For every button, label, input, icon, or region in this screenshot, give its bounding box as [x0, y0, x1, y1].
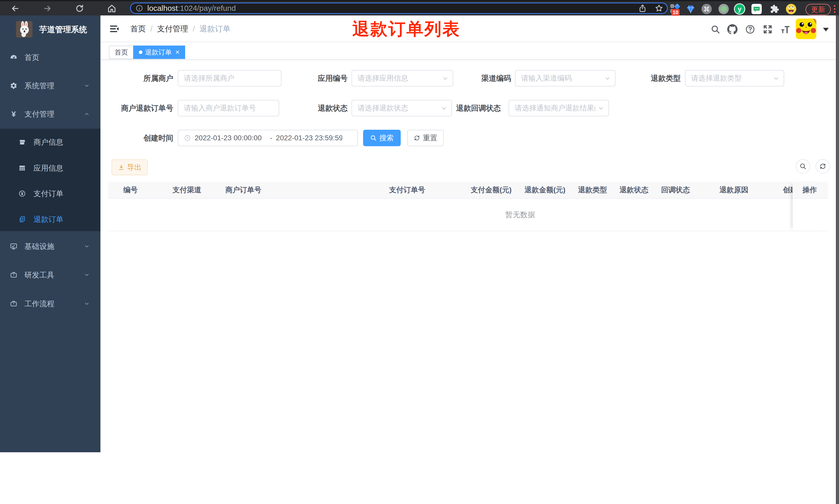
sidebar-item-dev-tools[interactable]: 研发工具: [0, 267, 101, 283]
close-icon[interactable]: ×: [175, 49, 179, 56]
clock-icon: [184, 134, 191, 142]
yen-circle-icon: [19, 190, 26, 197]
col-refund-amount: 退款金额(元): [524, 182, 566, 198]
channel-select[interactable]: 请输入渠道编码: [515, 70, 615, 87]
extensions-puzzle-icon[interactable]: [769, 3, 780, 15]
extension-gem-icon[interactable]: [685, 3, 696, 15]
page-scrollbar[interactable]: [836, 15, 839, 504]
help-button[interactable]: [745, 24, 756, 35]
table-refresh-button[interactable]: [816, 159, 830, 174]
notify-status-select[interactable]: 请选择通知商户退款结果的: [508, 100, 609, 116]
breadcrumb-separator: /: [193, 24, 195, 33]
grid-icon: [19, 164, 26, 172]
notify-status-label: 退款回调状态: [428, 100, 501, 116]
sidebar-collapse-button[interactable]: [109, 23, 120, 35]
refund-status-label: 退款状态: [290, 100, 347, 116]
top-navbar: 首页 / 支付管理 / 退款订单 退款订单列表: [101, 15, 836, 42]
chevron-up-icon: [84, 111, 90, 117]
ext-diamond-icon: [674, 3, 680, 10]
fullscreen-button[interactable]: [762, 24, 773, 35]
app-label: 应用编号: [290, 70, 347, 87]
sidebar-item-refund-order[interactable]: 退款订单: [0, 212, 101, 227]
sidebar-item-label: 基础设施: [24, 239, 54, 254]
briefcase-icon: [10, 300, 18, 308]
export-button[interactable]: 导出: [111, 159, 148, 175]
tag-refund-order[interactable]: 退款订单 ×: [133, 46, 185, 59]
extension-blocker-icon[interactable]: 10: [670, 3, 681, 15]
browser-update-button[interactable]: 更新: [805, 4, 831, 15]
reset-button[interactable]: 重置: [407, 130, 444, 146]
breadcrumb-home[interactable]: 首页: [130, 24, 146, 34]
col-pay-order-no: 支付订单号: [389, 182, 425, 198]
refund-type-select[interactable]: 请选择退款类型: [685, 70, 784, 87]
chevron-down-icon: [604, 75, 611, 82]
empty-text: 暂无数据: [487, 199, 554, 231]
app-title: 芋道管理系统: [39, 24, 87, 35]
home-button[interactable]: [106, 3, 117, 14]
header-search-button[interactable]: [710, 24, 721, 35]
merchant-input[interactable]: 请选择所属商户: [178, 70, 282, 87]
app-select[interactable]: 请选择应用信息: [352, 70, 453, 87]
search-icon: [711, 24, 720, 34]
col-refund-type: 退款类型: [578, 182, 607, 198]
search-button[interactable]: 搜索: [363, 130, 401, 146]
github-link[interactable]: [727, 24, 738, 35]
extension-yuque-icon[interactable]: y: [734, 3, 745, 15]
extension-chat-icon[interactable]: [751, 3, 762, 15]
sidebar-item-payment[interactable]: ¥ 支付管理: [0, 106, 101, 122]
extension-circle-icon[interactable]: [718, 3, 729, 15]
channel-placeholder: 请输入渠道编码: [521, 73, 572, 83]
active-dot-icon: [139, 51, 142, 54]
table-search-toggle-button[interactable]: [796, 159, 810, 174]
col-id: 编号: [123, 182, 138, 198]
channel-label: 渠道编码: [454, 70, 511, 87]
browser-toolbar: localhost:1024/pay/refund 10 y: [0, 0, 839, 15]
chevron-down-icon: [84, 301, 90, 307]
create-time-range-input[interactable]: 2022-01-23 00:00:00 - 2022-01-23 23:59:5…: [178, 130, 358, 146]
share-icon[interactable]: [638, 4, 647, 13]
refresh-icon: [819, 163, 826, 170]
reset-button-label: 重置: [423, 133, 437, 143]
sidebar-item-app-info[interactable]: 应用信息: [0, 161, 101, 175]
chat-bubble-icon: [753, 5, 761, 13]
extension-command-icon[interactable]: [701, 3, 712, 15]
text-size-icon: [780, 24, 791, 35]
sidebar-item-label: 工作流程: [24, 296, 54, 311]
merchant-refund-no-input[interactable]: 请输入商户退款订单号: [178, 100, 279, 116]
address-bar[interactable]: localhost:1024/pay/refund: [130, 3, 668, 14]
bookmark-star-icon[interactable]: [655, 4, 663, 13]
breadcrumb-payment[interactable]: 支付管理: [157, 24, 188, 34]
search-icon: [370, 134, 377, 141]
app-logo: [16, 21, 33, 38]
back-button[interactable]: [10, 3, 21, 14]
create-time-label: 创建时间: [116, 130, 173, 146]
avatar-caret-icon[interactable]: [823, 28, 829, 31]
refund-status-placeholder: 请选择退款状态: [358, 103, 408, 113]
profile-emoji-avatar[interactable]: [785, 3, 797, 15]
sidebar-item-label: 退款订单: [34, 212, 64, 227]
notify-status-placeholder: 请选择通知商户退款结果的: [515, 103, 595, 113]
forward-button[interactable]: [42, 3, 53, 14]
app-placeholder: 请选择应用信息: [358, 73, 408, 83]
monitor-icon: [10, 242, 18, 250]
dashboard-icon: [10, 53, 18, 61]
home-icon: [107, 4, 117, 13]
user-avatar[interactable]: [796, 19, 816, 39]
refresh-icon: [414, 134, 420, 141]
sidebar-item-system[interactable]: 系统管理: [0, 78, 101, 93]
col-callback-status: 回调状态: [661, 182, 690, 198]
browser-menu-button[interactable]: [831, 3, 838, 15]
sidebar-item-workflow[interactable]: 工作流程: [0, 296, 101, 311]
reload-button[interactable]: [74, 3, 85, 14]
chevron-down-icon: [773, 75, 780, 82]
sidebar-item-infrastructure[interactable]: 基础设施: [0, 239, 101, 254]
merchant-refund-no-placeholder: 请输入商户退款订单号: [184, 103, 256, 113]
tag-home[interactable]: 首页: [109, 46, 133, 59]
font-size-button[interactable]: [780, 24, 791, 35]
url-host: localhost: [147, 4, 178, 12]
sidebar-item-home[interactable]: 首页: [0, 50, 101, 65]
sidebar-item-pay-order[interactable]: 支付订单: [0, 186, 101, 201]
tag-label: 首页: [114, 48, 128, 57]
gem-icon: [685, 4, 696, 14]
sidebar-item-merchant-info[interactable]: 商户信息: [0, 135, 101, 149]
